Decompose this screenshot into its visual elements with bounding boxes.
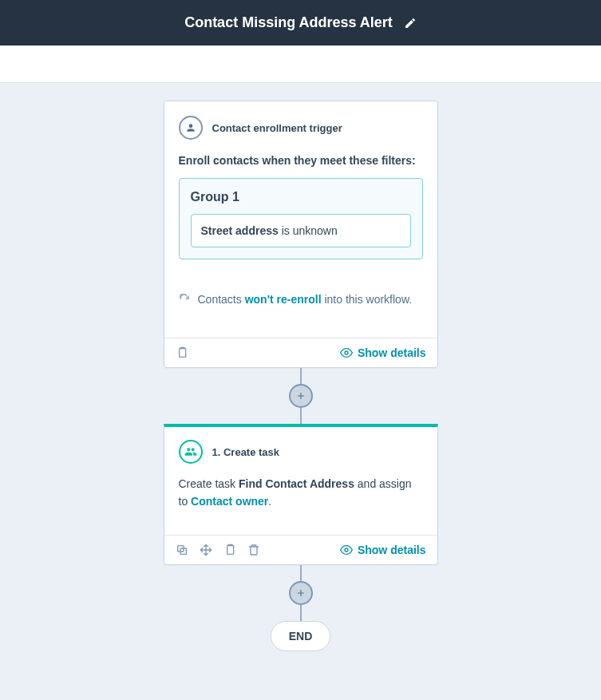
- subheader-bar: [0, 45, 601, 83]
- trigger-description: Enroll contacts when they meet these fil…: [179, 154, 423, 167]
- task-name: Find Contact Address: [239, 477, 354, 490]
- add-step-button[interactable]: [289, 384, 313, 408]
- group-title: Group 1: [191, 190, 411, 204]
- trash-icon[interactable]: [247, 544, 260, 556]
- move-icon[interactable]: [200, 544, 212, 556]
- svg-rect-4: [227, 545, 233, 554]
- filter-property: Street address: [201, 224, 279, 237]
- reenroll-link[interactable]: won't re-enroll: [245, 293, 322, 306]
- task-description: Create task Find Contact Address and ass…: [179, 475, 423, 511]
- task-icon: [179, 440, 203, 464]
- reenroll-text: Contacts won't re-enroll into this workf…: [198, 293, 413, 306]
- eye-icon: [340, 346, 353, 359]
- svg-point-5: [345, 548, 348, 552]
- copy-icon[interactable]: [176, 544, 188, 556]
- trigger-title: Contact enrollment trigger: [212, 122, 342, 134]
- reenroll-notice: Contacts won't re-enroll into this workf…: [179, 293, 423, 306]
- svg-rect-0: [179, 349, 185, 358]
- connector-line: [300, 565, 302, 581]
- trigger-card[interactable]: Contact enrollment trigger Enroll contac…: [164, 101, 438, 368]
- action-title: 1. Create task: [212, 446, 280, 458]
- filter-group[interactable]: Group 1 Street address is unknown: [179, 178, 423, 259]
- connector-line: [300, 368, 302, 384]
- end-node: END: [271, 621, 331, 651]
- svg-point-1: [345, 351, 348, 354]
- refresh-icon: [179, 294, 190, 305]
- connector-line: [300, 408, 302, 424]
- filter-condition: is unknown: [279, 224, 338, 237]
- eye-icon: [340, 544, 353, 556]
- contact-icon: [179, 116, 203, 140]
- clipboard-icon[interactable]: [176, 346, 188, 359]
- add-step-button[interactable]: [289, 581, 313, 605]
- connector-line: [300, 605, 302, 621]
- pencil-icon[interactable]: [404, 17, 417, 30]
- filter-row[interactable]: Street address is unknown: [191, 214, 411, 247]
- editor-header: Contact Missing Address Alert: [0, 0, 601, 45]
- show-details-button[interactable]: Show details: [340, 346, 426, 359]
- workflow-canvas: Contact enrollment trigger Enroll contac…: [0, 83, 601, 700]
- show-details-button[interactable]: Show details: [340, 544, 426, 556]
- action-card[interactable]: 1. Create task Create task Find Contact …: [164, 424, 438, 565]
- workflow-title: Contact Missing Address Alert: [184, 14, 393, 31]
- assignee-link[interactable]: Contact owner: [191, 495, 268, 508]
- clipboard-icon[interactable]: [223, 544, 236, 556]
